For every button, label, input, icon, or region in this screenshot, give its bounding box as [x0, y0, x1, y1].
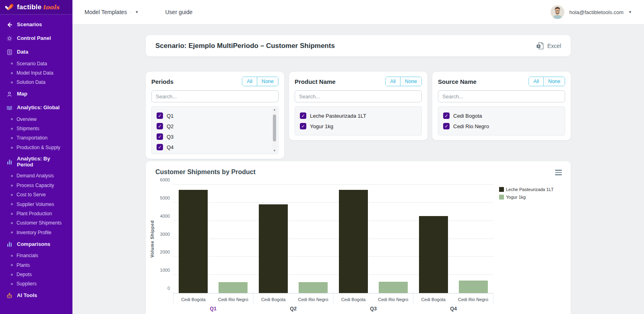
sidebar-item-ai-tools[interactable]: AI Tools — [0, 289, 72, 302]
sidebar-item-label: Data — [17, 49, 28, 55]
sidebar-subitem-label: Supplier Volumes — [17, 202, 54, 207]
model-templates-label: Model Templates — [85, 9, 127, 15]
y-tick-label: 2000 — [160, 250, 170, 254]
sidebar-subitem-cost-to-serve[interactable]: Cost to Serve — [0, 190, 72, 200]
checkbox-checked-icon[interactable]: ✓ — [300, 123, 306, 129]
legend-item-yogur-1kg[interactable]: Yogur 1kg — [499, 195, 565, 200]
scroll-down-icon[interactable]: ▼ — [273, 149, 276, 153]
checkbox-option-q2[interactable]: ✓Q2 — [157, 121, 268, 131]
option-label: Leche Pasteurizada 1LT — [310, 113, 366, 119]
scrollbar-track[interactable] — [273, 112, 276, 149]
select-all-button[interactable]: All — [529, 77, 543, 86]
checkbox-checked-icon[interactable]: ✓ — [157, 133, 163, 140]
checkbox-checked-icon[interactable]: ✓ — [443, 112, 450, 119]
filter-title: Product Name — [295, 78, 336, 85]
sidebar-item-data[interactable]: Data — [0, 45, 72, 59]
sidebar-subitem-customer-shipments[interactable]: Customer Shipments — [0, 218, 72, 228]
bar-q3-cedi-bogota[interactable] — [339, 190, 368, 293]
filter-search-input[interactable] — [438, 90, 565, 102]
sidebar-subitem-transportation[interactable]: Transportation — [0, 133, 72, 143]
x-axis-category-labels: Cedi BogotaCedi Rio NegroCedi BogotaCedi… — [173, 293, 493, 305]
select-all-button[interactable]: All — [386, 77, 400, 86]
sidebar-subitem-model-input-data[interactable]: Model Input Data — [0, 68, 72, 77]
sidebar-subitem-demand-analysis[interactable]: Demand Analysis — [0, 171, 72, 181]
filter-search-input[interactable] — [151, 90, 279, 102]
checkbox-option-cedi-bogota[interactable]: ✓Cedi Bogota — [443, 110, 560, 121]
bar-q4-cedi-bogota[interactable] — [419, 216, 448, 293]
category-label: Cedi Rio Negro — [293, 293, 333, 305]
sidebar-item-comparisons[interactable]: Comparisons — [0, 237, 72, 251]
sidebar-item-control-panel[interactable]: Control Panel — [0, 31, 72, 45]
sidebar-item-analytics-by-period[interactable]: Analytics: By Period — [0, 152, 72, 171]
select-none-button[interactable]: None — [543, 77, 565, 86]
sidebar-subitem-label: Depots — [17, 272, 32, 277]
user-menu[interactable]: hola@factibletools.com ▼ — [551, 5, 632, 19]
checkbox-option-cedi-rio-negro[interactable]: ✓Cedi Rio Negro — [443, 121, 560, 131]
checkbox-checked-icon[interactable]: ✓ — [157, 112, 163, 119]
excel-file-icon: X — [536, 42, 544, 50]
checkbox-option-q3[interactable]: ✓Q3 — [157, 131, 268, 142]
scroll-up-icon[interactable]: ▲ — [273, 108, 276, 112]
sidebar-subitem-shipments[interactable]: Shipments — [0, 124, 72, 133]
select-all-button[interactable]: All — [242, 77, 257, 86]
checkbox-checked-icon[interactable]: ✓ — [300, 112, 306, 119]
excel-export-button[interactable]: X Excel — [536, 42, 561, 50]
sidebar-item-map[interactable]: Map — [0, 87, 72, 101]
sidebar-subitem-plants[interactable]: Plants — [0, 260, 72, 270]
robot-icon — [6, 292, 13, 299]
checkbox-checked-icon[interactable]: ✓ — [157, 123, 163, 129]
bullet-icon — [11, 222, 13, 224]
sidebar-subitem-plant-production[interactable]: Plant Production — [0, 209, 72, 218]
bar-q2-cedi-rio-negro[interactable] — [299, 282, 328, 293]
sidebar-item-analytics-global[interactable]: Analytics: Global — [0, 101, 72, 114]
checkbox-option-leche-pasteurizada-1lt[interactable]: ✓Leche Pasteurizada 1LT — [300, 110, 417, 121]
avatar — [551, 5, 564, 19]
sidebar-subitem-overview[interactable]: Overview — [0, 114, 72, 124]
checkbox-option-yogur-1kg[interactable]: ✓Yogur 1kg — [300, 121, 417, 131]
scrollbar-thumb[interactable] — [273, 114, 276, 141]
waves-icon — [6, 104, 13, 111]
sidebar-subitem-label: Customer Shipments — [17, 220, 62, 226]
select-none-button[interactable]: None — [400, 77, 421, 86]
bar-q1-cedi-bogota[interactable] — [179, 190, 208, 293]
bar-slot — [213, 185, 254, 293]
category-label-group: Cedi BogotaCedi Rio Negro — [173, 293, 254, 305]
filter-panel-periods: PeriodsAllNone✓Q1✓Q2✓Q3✓Q4▲▼ — [146, 72, 284, 159]
list-scrollbar[interactable]: ▲▼ — [272, 108, 277, 153]
filter-search-input[interactable] — [295, 90, 422, 102]
sidebar-subitem-scenario-data[interactable]: Scenario Data — [0, 59, 72, 68]
sidebar-item-scenarios[interactable]: Scenarios — [0, 18, 72, 31]
sidebar-subitem-suppliers[interactable]: Suppliers — [0, 279, 72, 289]
bullet-icon — [11, 264, 13, 266]
brand-logo[interactable]: factible tools — [0, 0, 72, 15]
model-templates-menu[interactable]: Model Templates · ▼ — [85, 9, 139, 15]
user-guide-link[interactable]: User guide — [165, 9, 193, 15]
filter-option-list: ✓Cedi Bogota✓Cedi Rio Negro — [438, 106, 565, 135]
sidebar-subitem-solution-data[interactable]: Solution Data — [0, 78, 72, 87]
hamburger-icon[interactable] — [555, 170, 562, 175]
checkbox-option-q4[interactable]: ✓Q4 — [157, 142, 268, 152]
y-tick-label: 3000 — [160, 232, 170, 237]
filter-option-list: ✓Q1✓Q2✓Q3✓Q4▲▼ — [151, 106, 279, 154]
legend-item-leche-pasteurizada-1lt[interactable]: Leche Pasteurizada 1LT — [499, 187, 565, 192]
sidebar-subitem-supplier-volumes[interactable]: Supplier Volumes — [0, 200, 72, 209]
bullet-icon — [11, 274, 13, 276]
sidebar-subitem-production-supply[interactable]: Production & Supply — [0, 143, 72, 152]
sidebar-subitem-process-capacity[interactable]: Process Capacity — [0, 181, 72, 190]
select-none-button[interactable]: None — [257, 77, 278, 86]
category-label: Cedi Rio Negro — [453, 293, 493, 305]
category-label-group: Cedi BogotaCedi Rio Negro — [413, 293, 493, 305]
bar-q3-cedi-rio-negro[interactable] — [379, 282, 408, 293]
bar-q2-cedi-bogota[interactable] — [259, 204, 288, 293]
filter-title: Periods — [151, 78, 173, 85]
sidebar-subitem-depots[interactable]: Depots — [0, 270, 72, 279]
sidebar-subitem-label: Plant Production — [17, 211, 52, 216]
checkbox-checked-icon[interactable]: ✓ — [157, 144, 163, 150]
bar-q1-cedi-rio-negro[interactable] — [219, 282, 248, 293]
sidebar-subitem-financials[interactable]: Financials — [0, 251, 72, 260]
checkbox-option-q1[interactable]: ✓Q1 — [157, 110, 268, 121]
topbar: Model Templates · ▼ User guide hola@f — [72, 0, 644, 25]
checkbox-checked-icon[interactable]: ✓ — [443, 123, 450, 129]
sidebar-subitem-inventory-profile[interactable]: Inventory Profile — [0, 228, 72, 237]
bar-q4-cedi-rio-negro[interactable] — [459, 281, 488, 293]
